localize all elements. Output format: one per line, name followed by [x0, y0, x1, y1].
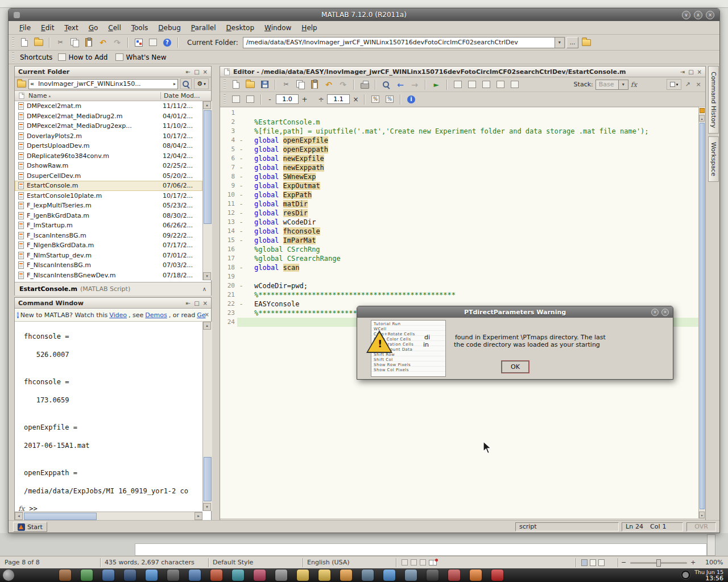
taskbar-app-icon[interactable] — [167, 569, 179, 581]
maximize-icon[interactable]: □ — [194, 300, 199, 306]
insert-cell-button[interactable] — [230, 93, 242, 106]
code-line[interactable]: 5-global openExppath — [220, 145, 700, 154]
single-page-view-icon[interactable] — [581, 559, 588, 566]
code-line[interactable]: 14-global fhconsole — [220, 227, 700, 236]
scroll-right-icon[interactable]: ▸ — [195, 512, 202, 520]
zoom-slider-thumb[interactable] — [656, 559, 661, 567]
page-style[interactable]: Default Style — [213, 556, 253, 569]
scrollbar-thumb[interactable] — [700, 123, 705, 509]
redo-button[interactable]: ↷ — [111, 36, 123, 49]
help-button[interactable]: ? — [161, 36, 173, 49]
decrement-value-button[interactable]: - — [266, 95, 274, 104]
file-row[interactable]: DMPexcel2mat_MediaDrug2.m04/01/2... — [15, 111, 202, 122]
file-row[interactable]: F_IexpMultiTseries.m05/23/2... — [15, 201, 202, 211]
undock-icon[interactable]: ⇤ — [186, 300, 191, 306]
file-list-scrollbar[interactable]: ▴ ▾ — [202, 101, 212, 280]
matlab-titlebar[interactable]: MATLAB 7.12.0 (R2011a) ∨ ∧ × — [9, 9, 719, 21]
menu-go[interactable]: Go — [84, 23, 104, 33]
copy-button[interactable] — [294, 78, 307, 91]
actions-menu-button[interactable]: ⚙ ▾ — [194, 78, 209, 89]
shortcut-how-to-add[interactable]: How to Add — [56, 53, 110, 61]
code-line[interactable]: 1 — [220, 109, 700, 118]
taskbar-app-icon[interactable] — [318, 569, 330, 581]
new-file-button[interactable] — [18, 36, 31, 49]
code-line[interactable]: 21%*************************************… — [220, 290, 700, 300]
toolbar-drag-handle[interactable] — [224, 80, 226, 89]
simulink-button[interactable] — [133, 36, 145, 49]
comment-tool-button[interactable]: % — [369, 93, 382, 106]
tab-workspace[interactable]: Workspace — [708, 136, 719, 182]
code-line[interactable]: 13-global wCodeDir — [220, 218, 700, 227]
video-link[interactable]: Video — [109, 311, 127, 319]
menu-cell[interactable]: Cell — [103, 23, 126, 33]
editor-panel-title[interactable]: Editor - /media/data/EASY/InovImager_jwr… — [220, 66, 705, 77]
search-button[interactable] — [180, 78, 192, 89]
cell-tool-button[interactable] — [452, 78, 464, 91]
dialog-shade-button[interactable]: ∨ — [651, 309, 659, 316]
taskbar-app-icon[interactable] — [124, 569, 136, 581]
divide-value-button[interactable]: ÷ — [317, 95, 325, 104]
cell-tool-button[interactable] — [508, 78, 521, 91]
print-button[interactable] — [358, 78, 371, 91]
code-line[interactable]: 6-global newExpfile — [220, 154, 700, 163]
info-button[interactable]: i — [405, 93, 417, 106]
menu-launcher-icon[interactable] — [3, 569, 14, 581]
file-row[interactable]: F_NImStartup_dev.m07/01/2... — [15, 251, 202, 261]
zoom-in-button[interactable]: + — [690, 556, 696, 569]
zoom-out-button[interactable]: − — [621, 556, 626, 569]
multi-page-view-icon[interactable] — [590, 559, 596, 566]
maximize-button[interactable]: ∧ — [694, 11, 702, 19]
open-file-button[interactable] — [32, 36, 45, 49]
file-row[interactable]: DMPexcel2mat.m11/11/2... — [15, 101, 202, 111]
paste-button[interactable] — [82, 36, 95, 49]
taskbar-app-icon[interactable] — [189, 569, 201, 581]
console-vertical-scrollbar[interactable]: ▴ ▾ — [202, 322, 212, 511]
menu-text[interactable]: Text — [59, 23, 83, 33]
cut-button[interactable]: ✂ — [280, 78, 292, 91]
code-line[interactable]: 11-global matDir — [220, 199, 700, 209]
go-forward-button[interactable]: → — [408, 78, 421, 91]
maximize-icon[interactable]: □ — [688, 69, 693, 75]
code-line[interactable]: 10-global ExpPath — [220, 190, 700, 199]
editor-layout-button[interactable]: ▾ — [667, 79, 681, 90]
close-icon[interactable]: × — [697, 69, 702, 75]
scrollbar-thumb[interactable] — [204, 457, 212, 501]
taskbar-clock[interactable]: Thu Jun 15 13:56 — [694, 569, 723, 581]
demos-link[interactable]: Demos — [145, 311, 167, 319]
undo-button[interactable]: ↶ — [97, 36, 109, 49]
file-row[interactable]: F_IgenBkGrdData.m08/30/2... — [15, 211, 202, 221]
insert-mode-icon[interactable] — [402, 559, 408, 566]
undock-icon[interactable]: ⇤ — [186, 69, 191, 75]
code-line[interactable]: 16%global CSrchRng — [220, 245, 700, 254]
maximize-icon[interactable]: □ — [194, 69, 199, 75]
current-folder-combobox[interactable]: /media/data/EASY/InovImager_jwrCF_WINLin… — [243, 37, 565, 48]
taskbar-app-icon[interactable] — [81, 569, 93, 581]
file-row[interactable]: DReplicate96to384conv.m12/04/2... — [15, 151, 202, 161]
dialog-titlebar[interactable]: PTdirectParameters Warning ∨ × — [357, 306, 673, 318]
ok-button[interactable]: OK — [502, 361, 529, 373]
close-icon[interactable]: × — [203, 69, 208, 75]
redo-button[interactable]: ↷ — [337, 78, 349, 91]
tab-command-history[interactable]: Command History — [708, 66, 719, 134]
cell-tool-button[interactable] — [494, 78, 507, 91]
cell-tool-button[interactable] — [466, 78, 478, 91]
scroll-down-icon[interactable]: ▾ — [203, 503, 211, 511]
increment-value-button[interactable]: + — [300, 95, 309, 104]
shortcuts-drag-handle[interactable] — [12, 52, 14, 62]
file-row[interactable]: DshowRaw.m02/25/2... — [15, 161, 202, 171]
column-date-modified[interactable]: Date Mod... — [164, 92, 200, 99]
console-output[interactable]: fhconsole = 526.0007 fhconsole = 173.065… — [15, 322, 202, 511]
taskbar-app-icon[interactable] — [102, 569, 114, 581]
taskbar-app-icon[interactable] — [448, 569, 460, 581]
menu-tools[interactable]: Tools — [126, 23, 154, 33]
open-file-button[interactable] — [244, 78, 257, 91]
writer-scrollbar[interactable] — [707, 534, 715, 556]
taskbar-app-icon[interactable] — [59, 569, 71, 581]
command-window-panel-title[interactable]: Command Window ⇤ □ × — [15, 298, 211, 309]
code-line[interactable]: 15-global ImParMat — [220, 236, 700, 245]
taskbar-app-icon[interactable] — [232, 569, 244, 581]
dock-icon[interactable]: ⇥ — [680, 69, 685, 75]
code-line[interactable]: 8-global SWnewExp — [220, 172, 700, 181]
chevron-right-icon[interactable]: ▸ — [172, 81, 177, 86]
file-row[interactable]: F_NIscanIntensBGnewDev.m07/18/2... — [15, 271, 202, 281]
